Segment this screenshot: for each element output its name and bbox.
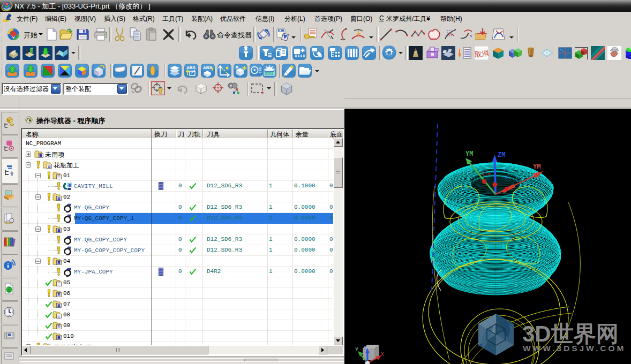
svg-text:3D世界网: 3D世界网	[522, 321, 619, 346]
svg-text:9: 9	[488, 172, 491, 177]
svg-text:Z: Z	[503, 168, 506, 173]
svg-text:Y: Y	[355, 347, 358, 353]
svg-text:ABS: ABS	[186, 65, 196, 70]
svg-text:YM: YM	[533, 163, 540, 171]
svg-text:WWW.3DSJW.COM: WWW.3DSJW.COM	[523, 344, 626, 353]
svg-text:ABS: ABS	[203, 65, 213, 70]
svg-text:X: X	[381, 352, 384, 358]
svg-text:YM: YM	[465, 150, 473, 158]
svg-text:ZM: ZM	[498, 151, 505, 159]
svg-text:NAME: NAME	[264, 72, 275, 75]
svg-text:Z: Z	[364, 346, 367, 352]
